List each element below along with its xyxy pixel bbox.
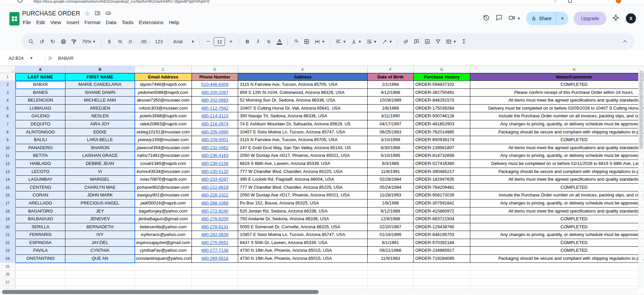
column-header[interactable]: D	[192, 66, 238, 73]
cell-address[interactable]: 10457 E Sixto Molina Ln, Tucson, Arizona…	[238, 231, 368, 239]
table-header-cell[interactable]: LAST NAME	[15, 73, 65, 81]
cell-date-of-birth[interactable]: 8/30/1988	[368, 144, 414, 152]
cell-date-of-birth[interactable]: 11/28/1993	[368, 191, 414, 199]
cell-email[interactable]: constantiniquan@yahoo.com	[135, 255, 192, 263]
cell-notes[interactable]: Delivery must be completed on or before …	[470, 160, 644, 168]
format-currency-button[interactable]: $	[104, 36, 114, 47]
text-rotation-button[interactable]: ▼	[380, 36, 394, 47]
name-box[interactable]: A2:B24 ▼	[0, 56, 43, 61]
italic-button[interactable]: I	[253, 36, 263, 47]
cell-email[interactable]: ivyferraris@yahoo.com	[135, 231, 192, 239]
empty-cell[interactable]	[414, 263, 470, 271]
row-header[interactable]: 27	[0, 279, 15, 287]
cell-notes[interactable]: Any changes to pricing, quantity, or del…	[470, 152, 644, 160]
cell-phone[interactable]: 480-236-4163	[192, 152, 238, 160]
cell-purchase-history[interactable]: ORDER-958173026	[414, 191, 470, 199]
column-header[interactable]: F	[368, 66, 414, 73]
cell-email[interactable]: desowi7350@mustaer.com	[135, 97, 192, 105]
cell-email[interactable]: piweco4354@mustaer.com	[135, 144, 192, 152]
cell-purchase-history[interactable]: ORDER-415860972	[414, 208, 470, 216]
cell-date-of-birth[interactable]: 8/3/1989	[368, 160, 414, 168]
table-header-cell[interactable]: Phone Number	[192, 73, 238, 81]
cell-email[interactable]: pohaxet902@mustaer.com	[135, 184, 192, 192]
redo-button[interactable]: ↻	[48, 36, 58, 47]
browser-profile-avatar[interactable]	[616, 0, 621, 3]
empty-cell[interactable]	[65, 271, 135, 279]
cell-first-name[interactable]: AREDJEN	[65, 105, 135, 113]
format-percent-button[interactable]: %	[115, 36, 125, 47]
cell-last-name[interactable]: HABLADO	[15, 160, 65, 168]
empty-cell[interactable]	[15, 279, 65, 287]
cell-purchase-history[interactable]: ORDER-182947635	[414, 176, 470, 184]
cell-date-of-birth[interactable]: 11/8/1991	[368, 168, 414, 176]
formula-input[interactable]: BABAR	[58, 56, 73, 61]
cell-first-name[interactable]: SHARON	[65, 144, 135, 152]
cell-last-name[interactable]: BELENCION	[15, 97, 65, 105]
cell-date-of-birth[interactable]: 11/9/1993	[368, 255, 414, 263]
cell-address[interactable]: 74 E Ashburn Mountain Dr, Sahuarita, Ari…	[238, 120, 368, 128]
gemini-icon[interactable]	[612, 14, 620, 23]
cell-email[interactable]: nafoc71461@mustaer.com	[135, 152, 192, 160]
cell-first-name[interactable]: CYNTHIA	[65, 247, 135, 255]
cell-address[interactable]: Po Box 152, Bouse, Arizona 85325, USA	[238, 199, 368, 208]
merge-cells-button[interactable]: ▼	[312, 36, 327, 47]
cell-notes[interactable]: COMPLETED	[470, 81, 644, 89]
cell-purchase-history[interactable]: ORDER-930746128	[414, 112, 470, 120]
menu-item[interactable]: View	[48, 18, 64, 26]
cell-date-of-birth[interactable]: 06/25/1983	[368, 128, 414, 136]
cell-purchase-history[interactable]: ORDER-846195703	[414, 231, 470, 239]
browser-reload-icon[interactable]	[17, 0, 23, 3]
phone-link[interactable]: 480-282-0639	[201, 232, 228, 237]
table-header-cell[interactable]: Address	[238, 73, 368, 81]
cell-phone[interactable]: 480-222-8619	[192, 184, 238, 192]
empty-cell[interactable]	[135, 279, 192, 287]
phone-link[interactable]: 480-202-0683	[201, 98, 228, 103]
cell-phone[interactable]: 480-233-4397	[192, 176, 238, 184]
comment-history-icon[interactable]	[495, 14, 503, 23]
cell-first-name[interactable]: BERNADETH	[65, 223, 135, 231]
cell-first-name[interactable]: CHARLYN MAE	[65, 184, 135, 192]
cell-first-name[interactable]: SHANIE DAWN	[65, 89, 135, 97]
vertical-scrollbar[interactable]	[638, 66, 644, 289]
menu-item[interactable]: Tools	[119, 18, 136, 26]
cell-email[interactable]: komiv43534@mustaer.com	[135, 168, 192, 176]
cell-first-name[interactable]: JEY	[65, 208, 135, 216]
cell-phone[interactable]: 480-278-8131	[192, 223, 238, 231]
cell-last-name[interactable]: ARELLADO	[15, 199, 65, 208]
cell-purchase-history[interactable]: ORDER-239561807	[414, 144, 470, 152]
empty-cell[interactable]	[368, 279, 414, 287]
cloud-saved-icon[interactable]	[105, 10, 111, 17]
cell-last-name[interactable]: FERRARIS	[15, 231, 65, 239]
cell-first-name[interactable]: AIRA JOY	[65, 120, 135, 128]
cell-first-name[interactable]: EDDIE	[65, 128, 135, 136]
cell-first-name[interactable]: PRECIOUS ANGEL	[65, 199, 135, 208]
phone-link[interactable]: 480-278-8131	[201, 224, 228, 229]
cell-first-name[interactable]: MARIE CANDELARIA	[65, 81, 135, 89]
empty-cell[interactable]	[414, 271, 470, 279]
cell-notes[interactable]: Packaging should be secure and compliant…	[470, 128, 644, 136]
empty-cell[interactable]	[15, 263, 65, 271]
row-header[interactable]: 13	[0, 168, 15, 176]
text-wrap-button[interactable]: ▼	[364, 36, 379, 47]
row-header[interactable]: 12	[0, 160, 15, 168]
table-header-cell[interactable]: Email Address	[135, 73, 192, 81]
cell-first-name[interactable]: JENEVEV	[65, 215, 135, 223]
share-options-caret[interactable]: ▼	[556, 12, 568, 25]
cell-address[interactable]: 3115 N Fairview Ave, Tucson, Arizona 857…	[238, 136, 368, 144]
phone-link[interactable]: 480-269-9518	[201, 256, 228, 261]
cell-address[interactable]: 3115 N Fairview Ave, Tucson, Arizona 857…	[238, 81, 368, 89]
zoom-select[interactable]: 75%▼	[80, 36, 98, 47]
cell-last-name[interactable]: GALENO	[15, 112, 65, 120]
cell-purchase-history[interactable]: ORDER-683721504	[414, 215, 470, 223]
cell-email[interactable]: xebeg10151@mustaer.com	[135, 128, 192, 136]
star-icon[interactable]: ☆	[85, 11, 90, 16]
cell-phone[interactable]: 480-272-8240	[192, 208, 238, 216]
table-views-button[interactable]: ▼	[444, 36, 459, 47]
cell-notes[interactable]: Include the Purchase Order number on all…	[470, 191, 644, 199]
cell-purchase-history[interactable]: ORDER-764209481	[414, 184, 470, 192]
empty-cell[interactable]	[368, 271, 414, 279]
menu-item[interactable]: File	[20, 18, 34, 26]
phone-link[interactable]: 480-212-7942	[201, 106, 228, 111]
empty-cell[interactable]	[238, 263, 368, 271]
cell-date-of-birth[interactable]: 2/1/1994	[368, 81, 414, 89]
